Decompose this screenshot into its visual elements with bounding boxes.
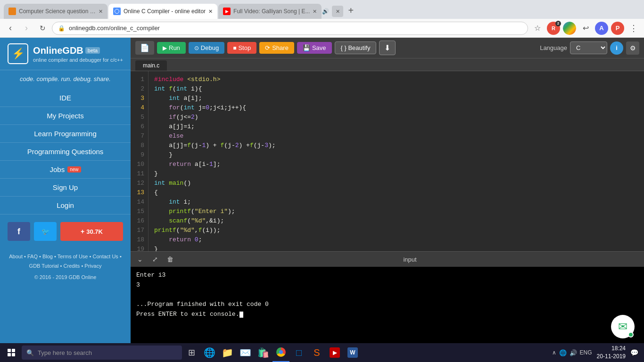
code-line-8: a[j]=f(j-1) + f(j-2) +f(j-3);: [154, 141, 638, 150]
taskbar-search-icon: 🔍: [26, 349, 34, 356]
online-indicator: [628, 332, 634, 337]
sidebar-item-my-projects[interactable]: My Projects: [0, 107, 131, 125]
tab-3-close-btn[interactable]: ✕: [332, 6, 343, 17]
ext-icon-3[interactable]: ↩: [579, 22, 592, 35]
sidebar-item-ide[interactable]: IDE: [0, 89, 131, 107]
code-line-11: }: [154, 169, 638, 179]
tab-3-mute[interactable]: 🔊: [320, 6, 331, 17]
code-area[interactable]: #include <stdio.h> int f(int i){ int a[i…: [149, 71, 644, 251]
start-button[interactable]: [2, 343, 21, 362]
language-dropdown[interactable]: C C++ Java Python: [570, 41, 607, 54]
twitter-button[interactable]: 🐦: [34, 222, 57, 241]
contact-fab-icon: ✉: [618, 320, 627, 333]
contact-fab[interactable]: ✉: [611, 315, 635, 338]
taskbar-icon-explorer[interactable]: 📁: [219, 343, 236, 362]
tab-2-close[interactable]: ✕: [208, 8, 213, 15]
taskbar-icon-word[interactable]: W: [344, 343, 361, 362]
save-button[interactable]: 💾 Save: [297, 42, 332, 54]
address-text: onlinegdb.com/online_c_compiler: [69, 25, 522, 32]
tab-3[interactable]: ▶ Full Video: Galliyan Song | E... ✕: [218, 4, 322, 19]
sidebar-item-jobs[interactable]: Jobs new: [0, 161, 131, 179]
sidebar-desc: code. compile. run. debug. share.: [0, 70, 131, 89]
file-button[interactable]: 📄: [135, 41, 154, 55]
output-content[interactable]: Enter i3 3 ...Program finished with exit…: [131, 267, 644, 343]
sidebar-item-learn-programming[interactable]: Learn Programming: [0, 125, 131, 143]
new-tab-button[interactable]: +: [344, 4, 357, 17]
ext-icon-1[interactable]: R2: [547, 22, 560, 35]
debug-button[interactable]: ⊙ Debug: [189, 42, 224, 54]
ext-icon-2[interactable]: [563, 22, 576, 35]
ext-icon-4[interactable]: A: [595, 22, 608, 35]
address-lock-icon: 🔒: [58, 25, 65, 32]
output-collapse-btn[interactable]: ⌄: [134, 254, 146, 265]
forward-button[interactable]: ›: [20, 22, 33, 35]
output-line-1: Enter i3: [136, 271, 638, 280]
language-selector: Language C C++ Java Python: [540, 41, 607, 54]
share-count: 30.7K: [86, 228, 103, 235]
taskbar-icon-vscode[interactable]: □: [290, 343, 307, 362]
cursor: [239, 312, 243, 318]
taskbar-icon-red[interactable]: ▶: [326, 343, 343, 362]
output-expand-btn[interactable]: ⤢: [149, 254, 161, 265]
editor-tab-bar: main.c: [131, 58, 644, 71]
user-profile-icon[interactable]: P: [611, 22, 624, 35]
code-line-9: }: [154, 150, 638, 160]
share-button[interactable]: + 30.7K: [60, 222, 123, 241]
tab-2[interactable]: Online C Compiler - online editor ✕: [108, 4, 217, 19]
tab-1-close[interactable]: ✕: [99, 8, 103, 15]
code-line-17: printf("%d",f(i));: [154, 226, 638, 235]
bookmark-icon[interactable]: ☆: [531, 22, 544, 35]
sidebar-logo: ⚡ OnlineGDB beta online compiler and deb…: [0, 38, 131, 70]
volume-icon[interactable]: 🔊: [570, 349, 577, 356]
download-button[interactable]: ⬇: [379, 41, 396, 55]
social-buttons: f 🐦 + 30.7K: [0, 214, 131, 248]
code-line-2: int f(int i){: [154, 84, 638, 94]
language-indicator: ENG: [580, 349, 592, 356]
network-icon[interactable]: 🌐: [559, 349, 567, 356]
taskbar-icon-task-view[interactable]: ⊞: [183, 343, 200, 362]
clock[interactable]: 18:24 20-11-2019: [595, 345, 627, 361]
code-line-7: else: [154, 132, 638, 141]
notifications-icon[interactable]: 💬: [630, 349, 638, 356]
code-line-19: }: [154, 245, 638, 251]
output-line-2: 3: [136, 280, 638, 290]
taskbar-icon-chrome[interactable]: [272, 343, 289, 362]
chrome-menu-icon[interactable]: ⋮: [627, 22, 640, 35]
output-clear-btn[interactable]: 🗑: [165, 254, 176, 265]
output-line-5: Press ENTER to exit console.: [136, 310, 638, 320]
address-bar[interactable]: 🔒 onlinegdb.com/online_c_compiler: [52, 22, 528, 35]
stop-button[interactable]: ■ Stop: [227, 42, 256, 54]
info-button[interactable]: i: [610, 41, 623, 55]
main-c-tab[interactable]: main.c: [135, 60, 167, 71]
sidebar-item-programming-questions[interactable]: Programming Questions: [0, 143, 131, 161]
code-line-5: if(j<=2): [154, 113, 638, 122]
code-line-18: return 0;: [154, 235, 638, 245]
sidebar-item-sign-up[interactable]: Sign Up: [0, 179, 131, 197]
tab-1[interactable]: Computer Science question | Ch... ✕: [4, 4, 107, 19]
show-hidden-icons[interactable]: ∧: [552, 349, 556, 356]
code-line-16: scanf("%d",&i);: [154, 216, 638, 226]
output-line-4: ...Program finished with exit code 0: [136, 300, 638, 310]
output-toolbar: ⌄ ⤢ 🗑 input: [131, 252, 644, 267]
tab-3-close[interactable]: ✕: [313, 8, 317, 15]
browser-chrome: Computer Science question | Ch... ✕ Onli…: [0, 0, 644, 362]
nav-bar: ‹ › ↻ 🔒 onlinegdb.com/online_c_compiler …: [0, 19, 644, 38]
taskbar-icon-email[interactable]: ✉️: [237, 343, 254, 362]
taskbar-search[interactable]: 🔍 Type here to search: [22, 346, 182, 360]
refresh-button[interactable]: ↻: [36, 22, 49, 35]
code-line-6: a[j]=i;: [154, 122, 638, 132]
beautify-button[interactable]: { } Beautify: [335, 41, 377, 54]
settings-button[interactable]: ⚙: [626, 41, 639, 55]
main-editor: 📄 ▶ Run ⊙ Debug ■ Stop ⟳ Share: [131, 38, 644, 343]
taskbar-icon-s[interactable]: S: [308, 343, 325, 362]
facebook-button[interactable]: f: [8, 222, 30, 241]
taskbar-icon-edge[interactable]: 🌐: [201, 343, 218, 362]
logo-name: OnlineGDB: [33, 45, 83, 56]
run-button[interactable]: ▶ Run: [157, 42, 186, 54]
sidebar-item-login[interactable]: Login: [0, 197, 131, 214]
code-line-3: int a[i];: [154, 94, 638, 103]
share-editor-button[interactable]: ⟳ Share: [259, 42, 294, 54]
taskbar-icon-store[interactable]: 🛍️: [255, 343, 272, 362]
code-line-10: return a[i-1];: [154, 160, 638, 169]
back-button[interactable]: ‹: [4, 22, 17, 35]
